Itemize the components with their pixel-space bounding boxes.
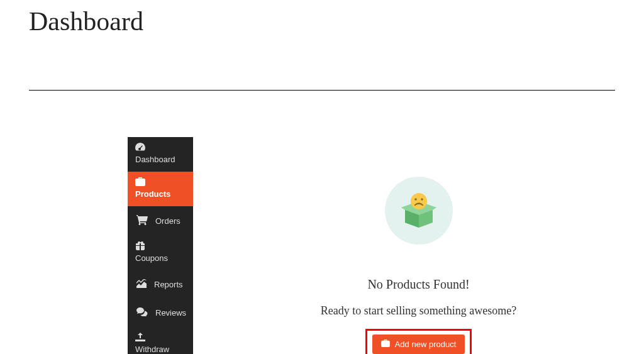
- sidebar-item-label: Reports: [154, 280, 183, 289]
- page-title: Dashboard: [0, 0, 644, 36]
- sidebar-item-label: Withdraw: [135, 345, 187, 354]
- add-new-product-button[interactable]: Add new product: [372, 335, 465, 354]
- highlight-annotation: Add new product: [365, 329, 472, 354]
- svg-point-2: [421, 198, 423, 201]
- empty-state-title: No Products Found!: [367, 277, 469, 292]
- sidebar-item-label: Products: [135, 189, 187, 200]
- add-button-label: Add new product: [395, 340, 457, 349]
- sidebar-item-reviews[interactable]: Reviews: [128, 299, 193, 327]
- cart-icon: [136, 215, 148, 227]
- sidebar-item-orders[interactable]: Orders: [128, 206, 193, 236]
- briefcase-icon: [381, 340, 390, 349]
- sidebar-item-dashboard[interactable]: Dashboard: [128, 137, 193, 172]
- sidebar-item-products[interactable]: Products: [128, 172, 193, 206]
- upload-icon: [135, 333, 187, 342]
- content-wrap: Dashboard Products Orders Coupons Report: [128, 137, 644, 354]
- sidebar-item-label: Reviews: [155, 308, 186, 318]
- gift-icon: [135, 241, 187, 251]
- main-area: No Products Found! Ready to start sellin…: [193, 137, 644, 354]
- sidebar-item-withdraw[interactable]: Withdraw: [128, 327, 193, 354]
- svg-point-1: [414, 198, 417, 201]
- sidebar-item-label: Orders: [155, 216, 180, 226]
- sidebar-item-label: Coupons: [135, 253, 187, 264]
- dashboard-icon: [135, 143, 187, 152]
- sad-box-icon: [400, 191, 438, 230]
- svg-point-0: [411, 193, 427, 209]
- sidebar-item-label: Dashboard: [135, 155, 187, 165]
- empty-state-illustration: [385, 177, 453, 245]
- sidebar-item-coupons[interactable]: Coupons: [128, 236, 193, 270]
- chart-icon: [136, 279, 147, 290]
- divider: [29, 90, 615, 91]
- sidebar: Dashboard Products Orders Coupons Report: [128, 137, 193, 354]
- empty-state-subtitle: Ready to start selling something awesome…: [321, 304, 516, 318]
- briefcase-icon: [135, 177, 187, 187]
- comments-icon: [136, 307, 148, 318]
- sidebar-item-reports[interactable]: Reports: [128, 270, 193, 299]
